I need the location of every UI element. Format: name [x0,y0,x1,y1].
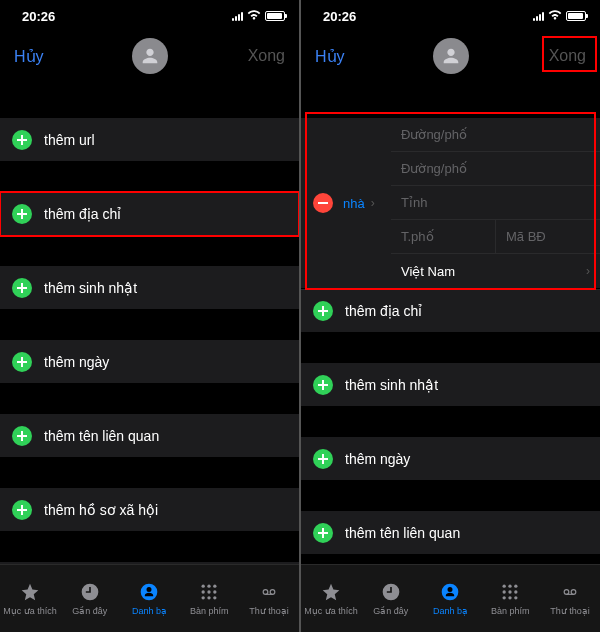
row-label: thêm sinh nhật [44,280,137,296]
clock-icon [380,581,402,603]
row-label: thêm địa chỉ [345,303,422,319]
keypad-icon [198,581,220,603]
add-url-row[interactable]: thêm url [0,118,299,162]
voicemail-icon [559,581,581,603]
tab-favorites[interactable]: Mục ưa thích [0,565,60,632]
svg-point-6 [213,590,216,593]
status-indicators [533,9,586,23]
placeholder: Đường/phố [401,161,467,176]
signal-icon [232,11,243,21]
add-address-row[interactable]: thêm địa chỉ [301,289,600,333]
tab-keypad[interactable]: Bàn phím [480,565,540,632]
add-related-row[interactable]: thêm tên liên quan [0,414,299,458]
address-type-label: nhà [343,196,365,211]
svg-point-7 [202,596,205,599]
battery-icon [265,11,285,21]
add-birthday-row[interactable]: thêm sinh nhật [0,266,299,310]
tab-recents[interactable]: Gần đây [60,565,120,632]
tab-voicemail[interactable]: Thư thoại [239,565,299,632]
country-field[interactable]: Việt Nam › [391,254,600,288]
plus-icon [12,130,32,150]
postal-field[interactable]: Mã BĐ [496,220,600,254]
add-date-row[interactable]: thêm ngày [301,437,600,481]
svg-point-4 [202,590,205,593]
wifi-icon [548,9,562,23]
avatar[interactable] [132,38,168,74]
avatar[interactable] [433,38,469,74]
svg-point-21 [509,596,512,599]
done-button[interactable]: Xong [248,47,285,65]
add-related-row[interactable]: thêm tên liên quan [301,511,600,555]
tab-keypad[interactable]: Bàn phím [179,565,239,632]
row-label: thêm địa chỉ [44,206,121,222]
placeholder: Mã BĐ [506,229,546,244]
add-birthday-row[interactable]: thêm sinh nhật [301,363,600,407]
city-field[interactable]: T.phố [391,220,496,254]
tab-contacts[interactable]: Danh bạ [421,565,481,632]
person-icon [138,581,160,603]
svg-point-22 [514,596,517,599]
status-time: 20:26 [323,9,356,24]
tab-recents[interactable]: Gần đây [361,565,421,632]
svg-point-24 [571,590,576,595]
plus-icon [12,352,32,372]
nav-header: Hủy Xong [301,32,600,80]
city-postal-row: T.phố Mã BĐ [391,220,600,254]
add-date-row[interactable]: thêm ngày [0,340,299,384]
plus-icon [12,426,32,446]
content-right[interactable]: nhà › Đường/phố Đường/phố Tỉnh T.phố Mã … [301,80,600,564]
phone-right: 20:26 Hủy Xong nhà › Đường [301,0,600,632]
street1-field[interactable]: Đường/phố [391,118,600,152]
nav-header: Hủy Xong [0,32,299,80]
minus-icon[interactable] [313,193,333,213]
country-value: Việt Nam [401,264,455,279]
row-label: thêm tên liên quan [44,428,159,444]
tabbar: Mục ưa thích Gần đây Danh bạ Bàn phím Th… [301,564,600,632]
done-button[interactable]: Xong [549,47,586,65]
keypad-icon [499,581,521,603]
content-left[interactable]: thêm url thêm địa chỉ thêm sinh nhật thê… [0,80,299,564]
phone-left: 20:26 Hủy Xong thêm url thêm địa chỉ [0,0,299,632]
plus-icon [313,375,333,395]
chevron-right-icon: › [586,264,590,278]
row-label: thêm hồ sơ xã hội [44,502,158,518]
clock-icon [79,581,101,603]
svg-point-9 [213,596,216,599]
plus-icon [12,204,32,224]
tab-label: Thư thoại [249,606,289,616]
person-icon [439,581,461,603]
svg-point-19 [514,590,517,593]
row-label: thêm tên liên quan [345,525,460,541]
tab-label: Gần đây [373,606,408,616]
star-icon [320,581,342,603]
svg-point-16 [514,585,517,588]
add-address-row[interactable]: thêm địa chỉ [0,192,299,236]
svg-point-1 [202,585,205,588]
province-field[interactable]: Tỉnh [391,186,600,220]
cancel-button[interactable]: Hủy [14,47,44,66]
address-type-cell[interactable]: nhà › [301,118,391,288]
tab-label: Danh bạ [433,606,468,616]
tab-favorites[interactable]: Mục ưa thích [301,565,361,632]
svg-point-11 [270,590,275,595]
tab-voicemail[interactable]: Thư thoại [540,565,600,632]
tab-label: Mục ưa thích [304,606,358,616]
tab-label: Bàn phím [190,606,229,616]
plus-icon [12,500,32,520]
tab-label: Thư thoại [550,606,590,616]
placeholder: T.phố [401,229,434,244]
wifi-icon [247,9,261,23]
svg-point-2 [208,585,211,588]
svg-point-5 [208,590,211,593]
cancel-button[interactable]: Hủy [315,47,345,66]
status-indicators [232,9,285,23]
plus-icon [313,301,333,321]
tab-contacts[interactable]: Danh bạ [120,565,180,632]
row-label: thêm ngày [44,354,109,370]
star-icon [19,581,41,603]
add-social-row[interactable]: thêm hồ sơ xã hội [0,488,299,532]
plus-icon [12,278,32,298]
signal-icon [533,11,544,21]
street2-field[interactable]: Đường/phố [391,152,600,186]
svg-point-20 [503,596,506,599]
